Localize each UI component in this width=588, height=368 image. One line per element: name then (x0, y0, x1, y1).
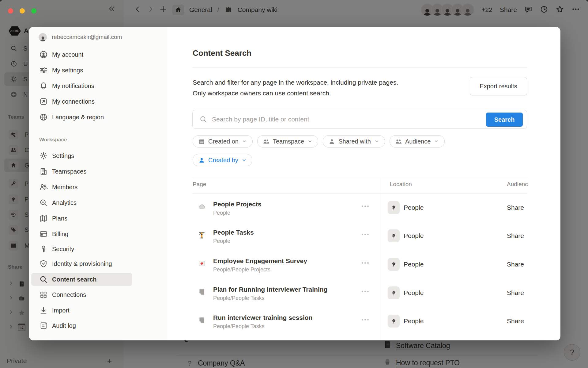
table-row[interactable]: People Projects People People Share (192, 197, 528, 226)
nav-label: Language & region (52, 114, 104, 121)
nav-label: Import (52, 307, 70, 314)
row-path: People (213, 209, 230, 217)
settings-nav-members[interactable]: Members (31, 181, 132, 194)
row-title[interactable]: Run interviewer training session (213, 313, 312, 322)
filter-audience[interactable]: Audience (390, 135, 445, 148)
description-line: Only workspace owners can use content se… (193, 88, 398, 98)
table-row[interactable]: Plan for Running Interviewer Training Pe… (192, 283, 528, 311)
nav-label: Security (52, 246, 74, 253)
nav-label: Analytics (52, 199, 77, 206)
bell-icon (39, 82, 48, 90)
filter-label: Teamspace (273, 138, 304, 145)
teamspace-flower-icon (388, 315, 400, 328)
table-row[interactable]: Employee Engagement Survey People/People… (192, 254, 528, 283)
table-row[interactable]: Run interviewer training session People/… (192, 311, 528, 339)
settings-nav-plans[interactable]: Plans (31, 212, 132, 225)
close-window-button[interactable] (8, 8, 13, 13)
export-results-button[interactable]: Export results (470, 77, 527, 95)
row-path: People/People Projects (213, 266, 270, 273)
nav-label: My settings (52, 67, 83, 74)
account-avatar (39, 33, 47, 41)
table-row[interactable]: People Tasks People People Share (192, 226, 528, 254)
filter-chip-row: Created on Teamspace Shared with Audienc… (193, 135, 445, 148)
settings-nav-analytics[interactable]: Analytics (31, 196, 132, 209)
filter-created-on[interactable]: Created on (193, 135, 253, 148)
magnifier-icon (39, 275, 48, 284)
filter-created-by[interactable]: Created by (193, 154, 252, 166)
row-path: People (213, 237, 230, 245)
person-icon (198, 157, 205, 164)
page-description: Search and filter for any page in the wo… (193, 77, 398, 98)
chevron-down-icon (307, 139, 312, 144)
filter-label: Created on (208, 138, 239, 145)
row-location: People (404, 201, 424, 214)
settings-nav-language-region[interactable]: Language & region (31, 111, 132, 124)
nav-label: My notifications (52, 82, 94, 90)
settings-nav-settings[interactable]: Settings (31, 149, 132, 162)
table-header-divider (192, 193, 527, 194)
person-icon (328, 138, 335, 145)
row-title[interactable]: People Tasks (213, 228, 254, 237)
nav-label: Members (52, 184, 77, 191)
row-more-icon[interactable] (362, 234, 369, 235)
shield-check-icon (39, 259, 48, 268)
row-title[interactable]: People Projects (213, 200, 262, 209)
filter-teamspace[interactable]: Teamspace (257, 135, 318, 148)
table-top-divider (192, 177, 527, 177)
filter-label: Shared with (338, 138, 371, 145)
column-header-location: Location (390, 181, 412, 188)
row-more-icon[interactable] (362, 262, 369, 264)
row-location: People (404, 229, 424, 242)
settings-nav-teamspaces[interactable]: Teamspaces (31, 165, 132, 178)
row-audience: Share (507, 201, 528, 214)
content-search-page: Content Search Search and filter for any… (192, 27, 528, 340)
teamspace-flower-icon (388, 258, 400, 271)
row-more-icon[interactable] (362, 205, 369, 207)
settings-nav-my-notifications[interactable]: My notifications (31, 79, 132, 92)
cloud-icon (198, 202, 206, 211)
nav-label: Audit log (52, 322, 76, 329)
settings-nav-connections[interactable]: Connections (31, 288, 132, 301)
minimize-window-button[interactable] (20, 8, 25, 13)
row-path: People/People Tasks (213, 294, 265, 302)
row-audience: Share (507, 258, 528, 271)
scroll-icon (39, 321, 48, 330)
row-location: People (404, 315, 424, 328)
sliders-icon (39, 66, 48, 75)
nav-label: Content search (52, 276, 97, 283)
chevron-down-icon (242, 158, 247, 163)
page-title: Content Search (193, 48, 251, 58)
filter-label: Created by (208, 157, 238, 164)
search-input[interactable] (211, 115, 481, 123)
description-line: Search and filter for any page in the wo… (193, 77, 398, 88)
credit-card-icon (39, 230, 48, 238)
row-title[interactable]: Plan for Running Interviewer Training (213, 285, 327, 294)
search-button[interactable]: Search (486, 113, 523, 127)
zoom-window-button[interactable] (31, 8, 36, 13)
filter-shared-with[interactable]: Shared with (323, 135, 385, 148)
settings-nav-content-search[interactable]: Content search (31, 273, 132, 286)
settings-nav-security[interactable]: Security (31, 243, 132, 255)
nav-label: Settings (52, 152, 74, 159)
chevron-down-icon (434, 139, 439, 144)
settings-nav-audit-log[interactable]: Audit log (31, 319, 132, 332)
settings-nav-my-connections[interactable]: My connections (31, 95, 132, 108)
account-email-row: rebeccamcakir@gmail.com (31, 31, 132, 44)
table-header: Page Location Audience (192, 181, 528, 190)
row-title[interactable]: Employee Engagement Survey (213, 257, 307, 265)
row-audience: Share (507, 315, 528, 328)
row-more-icon[interactable] (362, 291, 369, 292)
active-filter-row: Created by (193, 154, 252, 166)
settings-nav-my-account[interactable]: My account (31, 48, 132, 61)
app-window: General / Company wiki +22 Share (0, 0, 588, 368)
column-header-audience: Audience (507, 181, 528, 188)
nav-label: Identity & provisioning (52, 260, 112, 267)
members-icon (39, 183, 48, 191)
settings-nav-my-settings[interactable]: My settings (31, 64, 132, 77)
row-audience: Share (507, 286, 528, 299)
settings-nav-billing[interactable]: Billing (31, 228, 132, 240)
row-more-icon[interactable] (362, 319, 369, 320)
settings-nav-import[interactable]: Import (31, 304, 132, 317)
nav-label: Teamspaces (52, 168, 86, 175)
settings-nav-identity-provisioning[interactable]: Identity & provisioning (31, 257, 132, 270)
